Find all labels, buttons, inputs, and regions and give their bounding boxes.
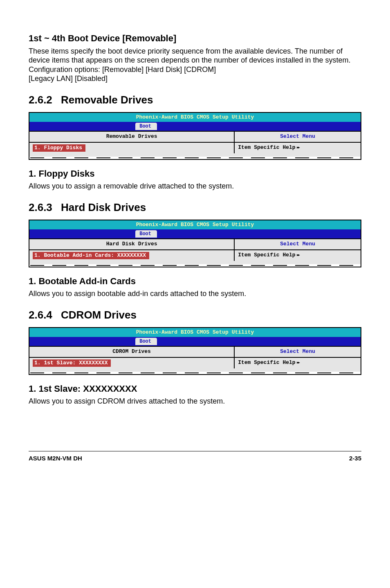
bios-tab-boot: Boot: [135, 230, 157, 238]
bios-body-right: Item Specific Help: [235, 143, 361, 153]
bios-dashes: [29, 157, 361, 159]
bios-body-left: 1. Bootable Add-in Cards: XXXXXXXXX: [29, 250, 235, 261]
heading-boot-device: 1st ~ 4th Boot Device [Removable]: [29, 33, 361, 44]
paragraph-floppy-disks: Allows you to assign a removable drive a…: [29, 182, 361, 191]
section-title: CDROM Drives: [61, 309, 137, 321]
heading-1st-slave: 1. 1st Slave: XXXXXXXXX: [29, 383, 361, 395]
bios-dashes: [29, 372, 361, 374]
bios-header-right: Select Menu: [235, 347, 361, 357]
bios-panel-harddisk: Phoenix-Award BIOS CMOS Setup Utility Bo…: [29, 220, 361, 267]
bios-panel-removable: Phoenix-Award BIOS CMOS Setup Utility Bo…: [29, 112, 361, 160]
bios-body-left: 1. 1st Slave: XXXXXXXXX: [29, 358, 235, 368]
bios-selected-item[interactable]: 1. Bootable Add-in Cards: XXXXXXXXX: [33, 252, 149, 259]
bios-title: Phoenix-Award BIOS CMOS Setup Utility: [29, 220, 361, 229]
bios-body-right: Item Specific Help: [235, 358, 361, 368]
bios-header-left: CDROM Drives: [29, 347, 235, 357]
bios-title: Phoenix-Award BIOS CMOS Setup Utility: [29, 113, 361, 122]
bios-header-row: Removable Drives Select Menu: [29, 131, 361, 142]
bios-header-left: Removable Drives: [29, 132, 235, 141]
bios-tab-row: Boot: [29, 229, 361, 238]
bios-header-left: Hard Disk Drives: [29, 239, 235, 249]
bios-body-row: 1. 1st Slave: XXXXXXXXX Item Specific He…: [29, 358, 361, 372]
section-number: 2.6.3: [29, 201, 52, 213]
bios-title: Phoenix-Award BIOS CMOS Setup Utility: [29, 328, 361, 337]
bios-body-row: 1. Floppy Disks Item Specific Help: [29, 143, 361, 157]
bios-body-right: Item Specific Help: [235, 250, 361, 260]
bios-header-right: Select Menu: [235, 132, 361, 141]
heading-floppy-disks: 1. Floppy Disks: [29, 168, 361, 180]
bios-tab-boot: Boot: [135, 123, 157, 130]
section-title: Hard Disk Drives: [61, 201, 146, 213]
heading-bootable-addin: 1. Bootable Add-in Cards: [29, 276, 361, 287]
bios-selected-item[interactable]: 1. Floppy Disks: [33, 144, 85, 152]
text-line: These items specify the boot device prio…: [29, 47, 350, 65]
footer-right: 2-35: [349, 455, 361, 462]
bios-header-right: Select Menu: [235, 239, 361, 249]
bios-tab-row: Boot: [29, 122, 361, 131]
paragraph-1st-slave: Allows you to assign CDROM drives attach…: [29, 397, 361, 406]
text-line: Configuration options: [Removable] [Hard…: [29, 65, 216, 74]
section-number: 2.6.4: [29, 309, 52, 321]
bios-body-row: 1. Bootable Add-in Cards: XXXXXXXXX Item…: [29, 250, 361, 264]
heading-cdrom-drives: 2.6.4 CDROM Drives: [29, 308, 361, 322]
heading-hard-disk-drives: 2.6.3 Hard Disk Drives: [29, 201, 361, 214]
heading-removable-drives: 2.6.2 Removable Drives: [29, 93, 361, 107]
bios-body-left: 1. Floppy Disks: [29, 143, 235, 153]
text-line: [Legacy LAN] [Disabled]: [29, 74, 108, 83]
bios-dashes: [29, 264, 361, 267]
bios-selected-item[interactable]: 1. 1st Slave: XXXXXXXXX: [33, 359, 111, 367]
bios-tab-row: Boot: [29, 337, 361, 346]
paragraph-boot-device: These items specify the boot device prio…: [29, 47, 361, 83]
page-footer: ASUS M2N-VM DH 2-35: [29, 451, 361, 462]
section-title: Removable Drives: [61, 94, 153, 106]
bios-tab-boot: Boot: [135, 338, 157, 345]
footer-left: ASUS M2N-VM DH: [29, 455, 82, 462]
section-number: 2.6.2: [29, 94, 52, 106]
paragraph-bootable-addin: Allows you to assign bootable add-in car…: [29, 289, 361, 298]
bios-panel-cdrom: Phoenix-Award BIOS CMOS Setup Utility Bo…: [29, 327, 361, 375]
bios-header-row: Hard Disk Drives Select Menu: [29, 238, 361, 250]
bios-header-row: CDROM Drives Select Menu: [29, 346, 361, 357]
